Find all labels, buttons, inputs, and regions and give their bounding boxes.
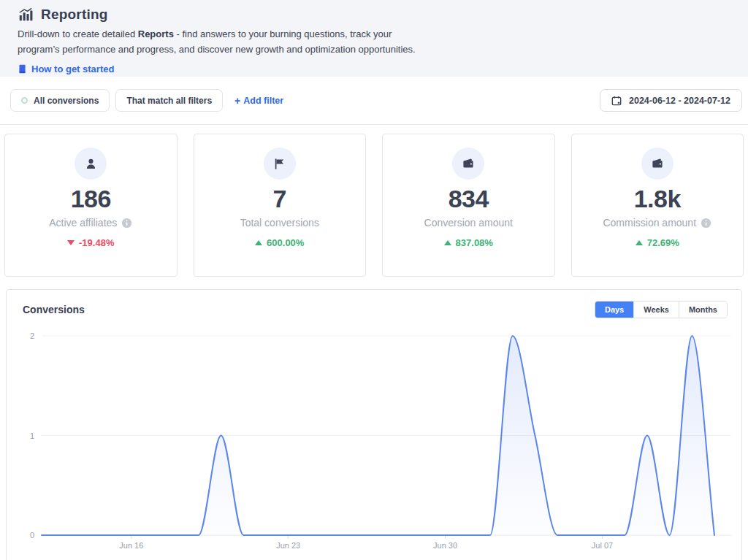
stat-card-active-affiliates: 186 Active affiliates -19.48%	[4, 134, 178, 277]
arrow-up-icon	[255, 240, 262, 245]
stat-value: 7	[194, 185, 366, 213]
add-filter-button[interactable]: + Add filter	[234, 95, 283, 107]
page-title: Reporting	[41, 7, 108, 23]
reporting-chart-icon	[18, 7, 34, 23]
stat-delta: 600.00%	[194, 237, 366, 248]
x-axis-label: Jun 16	[119, 541, 143, 550]
stat-label: Total conversions	[194, 217, 366, 229]
stat-card-conversion-amount: 834 Conversion amount 837.08%	[382, 134, 555, 277]
filter-bar: All conversions That match all filters +…	[0, 77, 748, 112]
wallet-icon	[651, 157, 664, 170]
stat-delta: 72.69%	[572, 237, 744, 248]
stats-row: 186 Active affiliates -19.48% 7 Total co…	[0, 125, 748, 277]
status-circle-icon	[21, 97, 28, 104]
stat-value: 1.8k	[572, 185, 744, 213]
arrow-down-icon	[67, 240, 75, 245]
stat-delta: -19.48%	[5, 237, 177, 248]
y-axis-label: 0	[30, 531, 34, 540]
date-range-picker[interactable]: 2024-06-12 - 2024-07-12	[600, 89, 742, 112]
page-header: Reporting Drill-down to create detailed …	[0, 0, 748, 77]
arrow-up-icon	[444, 240, 451, 245]
y-axis-label: 2	[30, 331, 34, 340]
stat-value: 186	[5, 185, 177, 213]
plus-icon: +	[234, 95, 240, 107]
how-to-get-started-link[interactable]: How to get started	[18, 64, 114, 74]
user-icon	[85, 158, 97, 170]
stat-label: Active affiliates	[5, 217, 177, 229]
book-icon	[18, 64, 27, 74]
flag-icon	[273, 158, 286, 170]
stat-value: 834	[383, 185, 554, 213]
x-axis-label: Jun 23	[276, 541, 300, 550]
conversions-chart: 012Jun 16Jun 23Jun 30Jul 07	[7, 290, 741, 560]
stat-card-total-conversions: 7 Total conversions 600.00%	[194, 134, 367, 277]
info-icon[interactable]	[121, 218, 132, 229]
arrow-up-icon	[636, 240, 643, 245]
y-axis-label: 1	[30, 431, 34, 440]
scope-filter-button[interactable]: All conversions	[10, 89, 110, 112]
stat-delta: 837.08%	[383, 237, 554, 248]
x-axis-label: Jul 07	[592, 541, 613, 550]
stat-card-commission-amount: 1.8k Commission amount 72.69%	[571, 134, 744, 277]
wallet-icon	[462, 157, 475, 170]
date-range-value: 2024-06-12 - 2024-07-12	[629, 96, 730, 106]
calendar-icon	[611, 96, 622, 106]
stat-label: Conversion amount	[383, 217, 554, 229]
conversions-panel: 012Jun 16Jun 23Jun 30Jul 07 Conversions …	[6, 289, 742, 560]
stat-label: Commission amount	[572, 217, 744, 229]
match-filter-button[interactable]: That match all filters	[115, 89, 223, 112]
info-icon[interactable]	[701, 218, 711, 229]
page-description: Drill-down to create detailed Reports - …	[18, 26, 421, 57]
x-axis-label: Jun 30	[433, 541, 457, 550]
